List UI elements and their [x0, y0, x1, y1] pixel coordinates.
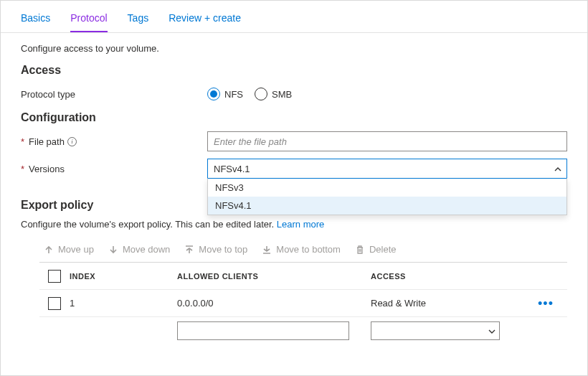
tab-protocol[interactable]: Protocol — [70, 12, 107, 32]
export-policy-table: Index Allowed clients Access 1 0.0.0.0/0… — [39, 262, 567, 317]
info-icon[interactable]: i — [67, 137, 77, 146]
tab-basics[interactable]: Basics — [21, 12, 50, 32]
tab-review-create[interactable]: Review + create — [169, 12, 241, 32]
allowed-clients-input[interactable] — [177, 321, 349, 340]
intro-text: Configure access to your volume. — [21, 43, 567, 54]
move-bottom-button[interactable]: Move to bottom — [262, 244, 341, 255]
cell-allowed-clients: 0.0.0.0/0 — [177, 298, 371, 309]
tab-tags[interactable]: Tags — [128, 12, 149, 32]
versions-select[interactable]: NFSv4.1 — [207, 159, 567, 179]
access-select[interactable] — [371, 321, 500, 340]
versions-option-nfsv41[interactable]: NFSv4.1 — [208, 197, 566, 215]
move-bottom-label: Move to bottom — [276, 244, 341, 255]
radio-smb-icon — [255, 88, 267, 100]
export-policy-desc: Configure the volume's export policy. Th… — [21, 219, 277, 230]
arrow-bottom-icon — [262, 245, 272, 255]
move-up-label: Move up — [58, 244, 94, 255]
volume-create-panel: Basics Protocol Tags Review + create Con… — [0, 0, 588, 376]
select-all-checkbox[interactable] — [48, 270, 61, 283]
col-allowed-clients[interactable]: Allowed clients — [177, 272, 371, 281]
row-checkbox[interactable] — [48, 297, 61, 310]
tab-bar: Basics Protocol Tags Review + create — [1, 1, 587, 33]
col-index[interactable]: Index — [70, 272, 177, 281]
table-row[interactable]: 1 0.0.0.0/0 Read & Write ••• — [39, 290, 567, 317]
arrow-down-icon — [108, 245, 118, 255]
learn-more-link[interactable]: Learn more — [277, 219, 324, 230]
protocol-type-label: Protocol type — [21, 89, 207, 100]
versions-option-nfsv3[interactable]: NFSv3 — [208, 179, 566, 197]
table-header: Index Allowed clients Access — [39, 263, 567, 290]
section-access: Access — [21, 64, 567, 77]
chevron-up-icon — [554, 165, 561, 172]
delete-label: Delete — [369, 244, 397, 255]
row-more-icon[interactable]: ••• — [538, 296, 554, 311]
radio-nfs[interactable]: NFS — [207, 88, 243, 100]
new-row-editor — [39, 317, 567, 340]
radio-nfs-icon — [207, 88, 220, 100]
file-path-input[interactable] — [207, 131, 567, 151]
move-down-button[interactable]: Move down — [108, 244, 170, 255]
radio-smb-label: SMB — [272, 89, 292, 100]
trash-icon — [355, 245, 365, 255]
arrow-top-icon — [184, 245, 194, 255]
move-down-label: Move down — [123, 244, 170, 255]
move-top-label: Move to top — [199, 244, 247, 255]
export-policy-toolbar: Move up Move down Move to top Move to bo… — [21, 238, 567, 262]
move-up-button[interactable]: Move up — [44, 244, 94, 255]
radio-nfs-label: NFS — [224, 89, 243, 100]
versions-selected-value: NFSv4.1 — [214, 164, 250, 174]
arrow-up-icon — [44, 245, 54, 255]
delete-button[interactable]: Delete — [355, 244, 397, 255]
versions-label: Versions — [29, 164, 65, 174]
chevron-down-icon — [488, 327, 495, 334]
cell-index: 1 — [70, 298, 177, 309]
move-top-button[interactable]: Move to top — [184, 244, 247, 255]
section-configuration: Configuration — [21, 111, 567, 124]
col-access[interactable]: Access — [371, 272, 524, 281]
required-marker: * — [21, 136, 24, 147]
export-policy-desc-row: Configure the volume's export policy. Th… — [21, 219, 567, 230]
file-path-label: File path — [29, 136, 65, 147]
cell-access: Read & Write — [371, 298, 524, 309]
radio-smb[interactable]: SMB — [255, 88, 292, 100]
required-marker: * — [21, 164, 24, 174]
versions-dropdown: NFSv3 NFSv4.1 — [207, 178, 567, 215]
